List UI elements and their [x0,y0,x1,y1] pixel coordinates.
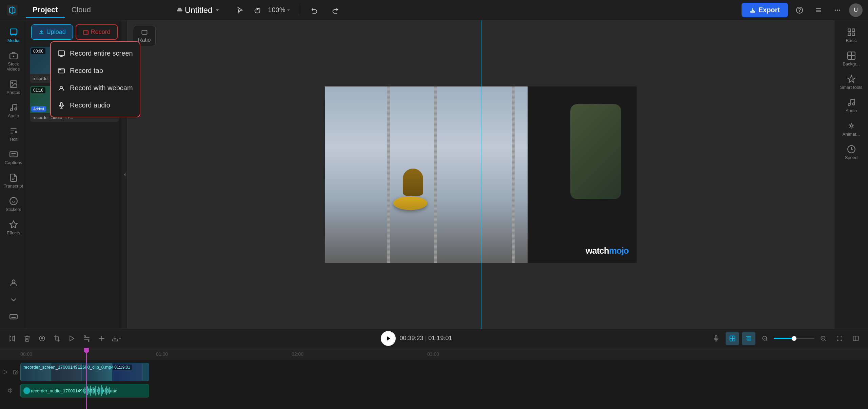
audio-track-icon [23,387,30,394]
sidebar-item-stock[interactable]: Stock videos [2,48,25,75]
record-tab-item[interactable]: Record tab [51,62,140,79]
upload-icon [38,29,44,35]
adjust-tool[interactable] [95,332,108,345]
play-button[interactable] [381,331,396,346]
mic-icon [713,335,719,342]
audio-track-controls [0,386,20,395]
help-button[interactable] [792,3,807,18]
tab-project[interactable]: Project [26,3,65,18]
video-track-label: recorder_screen_1700014912600_clip_0.mp4 [23,365,114,370]
hand-tool[interactable] [250,3,265,18]
zoom-control[interactable]: 100% [268,6,291,14]
timeline-zoom [758,332,830,345]
sidebar-item-audio[interactable]: Audio [2,100,25,122]
snap-button[interactable] [726,332,739,345]
sidebar-item-transcript[interactable]: Transcript [2,170,25,192]
transition-icon [39,335,45,342]
document-title[interactable]: Untitled [185,5,212,15]
transform-tool[interactable] [65,332,79,345]
download-icon [112,335,118,342]
record-screen-item[interactable]: Record entire screen [51,45,140,62]
split-view-button[interactable] [849,332,863,345]
tab-cloud[interactable]: Cloud [65,3,98,18]
svg-point-8 [835,9,836,11]
svg-marker-58 [70,336,74,341]
record-button[interactable]: Record [76,24,118,40]
current-time: 00:39:23 | 01:19:01 [400,335,452,342]
svg-rect-45 [142,30,147,34]
record-webcam-item[interactable]: Record with webcam [51,79,140,97]
export-button[interactable]: Export [742,3,788,17]
ruler-mark-1: 01:00 [156,351,168,357]
ruler-mark-0: 00:00 [20,351,32,357]
sort-tool[interactable] [80,332,94,345]
redo-button[interactable] [328,3,342,18]
timeline-tracks: recorder_screen_1700014912600_clip_0.mp4… [0,360,868,397]
panel-basic[interactable]: Basic [836,24,866,46]
download-tool[interactable] [110,332,123,345]
timeline-playhead[interactable] [86,348,87,409]
lines-button[interactable] [811,3,826,18]
panel-audio[interactable]: Audio [836,95,866,117]
panel-background[interactable]: Backgr... [836,48,866,70]
audio-volume-button[interactable] [5,386,15,395]
sidebar-item-stickers[interactable]: Stickers [2,193,25,215]
svg-marker-85 [8,389,10,393]
svg-marker-84 [3,370,5,374]
panel-speed[interactable]: Speed [836,141,866,163]
undo-button[interactable] [307,3,322,18]
sidebar-item-photos[interactable]: Photos [2,76,25,98]
zoom-slider-thumb[interactable] [792,336,796,341]
split-tool[interactable] [5,332,19,345]
audio-track-row: recorder_audio_1700014912600_clip_0.aac [20,384,868,397]
sidebar-item-text[interactable]: Text [2,123,25,145]
photos-icon [9,80,18,89]
waveform-bar [95,386,96,395]
topbar: Project Cloud Untitled 100% [0,0,868,20]
more-button[interactable] [830,3,845,18]
user-icon [9,278,18,287]
svg-point-51 [848,103,850,106]
panel-animate[interactable]: Animat... [836,118,866,140]
mic-button[interactable] [709,332,723,345]
transition-tool[interactable] [35,332,49,345]
upload-button[interactable]: Upload [31,24,73,40]
sidebar-item-effects[interactable]: Effects [2,217,25,239]
bottom-area: 00:39:23 | 01:19:01 [0,329,868,409]
zoom-in-button[interactable] [816,332,830,345]
panel-smart-tools[interactable]: Smart tools [836,71,866,93]
svg-point-16 [12,82,13,83]
align-button[interactable] [742,332,755,345]
cursor-tool[interactable] [233,3,248,18]
svg-rect-11 [10,29,17,34]
fullscreen-button[interactable] [833,332,846,345]
sidebar-item-media[interactable]: Media [2,24,25,46]
avatar[interactable]: U [849,3,863,17]
video-edit-button[interactable] [11,367,20,377]
media-badge: Added [31,106,46,112]
toolbar-right [709,332,863,345]
svg-point-24 [10,197,17,205]
speed-icon [847,145,856,154]
video-volume-button[interactable] [0,367,9,377]
svg-rect-35 [83,31,88,34]
sidebar-item-expand[interactable] [2,292,25,308]
zoom-slider[interactable] [774,338,814,339]
audio-track[interactable]: recorder_audio_1700014912600_clip_0.aac [20,384,149,397]
delete-tool[interactable] [20,332,34,345]
webcam-icon [58,84,65,92]
waveform-bar [101,385,102,396]
sidebar-item-keyboard[interactable] [2,309,25,325]
crop-tool[interactable] [50,332,64,345]
svg-marker-64 [387,336,390,340]
svg-point-17 [10,109,13,111]
record-audio-item[interactable]: Record audio [51,97,140,114]
dropdown-arrow-icon [118,337,122,340]
zoom-out-button[interactable] [758,332,772,345]
video-track[interactable]: recorder_screen_1700014912600_clip_0.mp4… [20,363,149,381]
title-chevron-icon[interactable] [214,7,220,13]
sidebar-item-user[interactable] [2,275,25,291]
waveform-bar [102,387,103,394]
svg-rect-47 [852,29,855,32]
sidebar-item-captions[interactable]: Captions [2,147,25,169]
